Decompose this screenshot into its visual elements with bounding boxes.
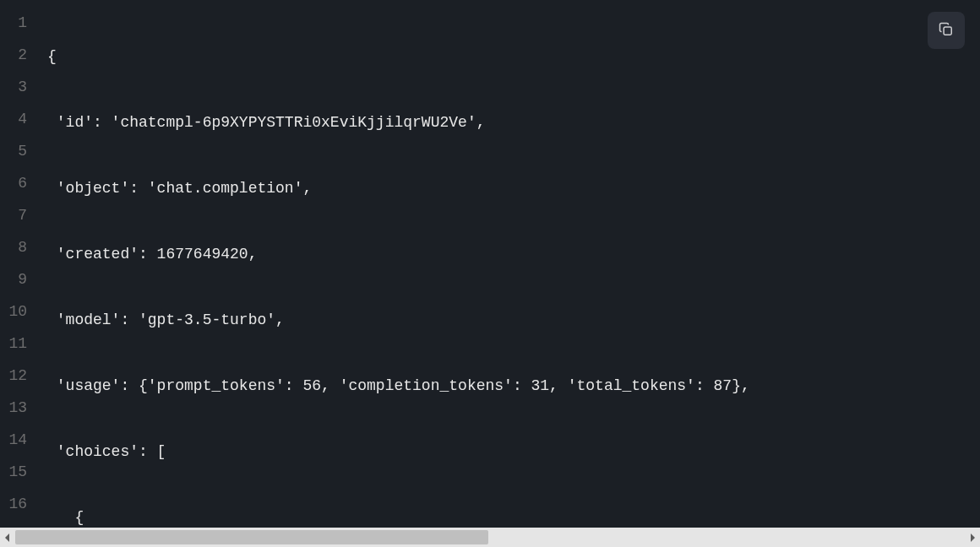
code-line: 'id': 'chatcmpl-6p9XYPYSTTRi0xEviKjjilqr…	[39, 106, 980, 138]
scrollbar-track[interactable]	[15, 528, 965, 547]
line-number: 9	[0, 263, 39, 295]
line-number: 4	[0, 103, 39, 135]
chevron-left-icon	[4, 529, 11, 546]
code-content[interactable]: { 'id': 'chatcmpl-6p9XYPYSTTRi0xEviKjjil…	[39, 0, 980, 528]
scroll-right-arrow[interactable]	[965, 528, 980, 547]
line-number: 2	[0, 39, 39, 71]
line-number: 13	[0, 392, 39, 424]
line-number: 7	[0, 199, 39, 231]
line-number: 14	[0, 424, 39, 456]
line-number: 5	[0, 135, 39, 167]
code-line: 'created': 1677649420,	[39, 238, 980, 270]
svg-rect-0	[944, 27, 951, 35]
line-number-gutter: 1 2 3 4 5 6 7 8 9 10 11 12 13 14 15 16	[0, 0, 39, 528]
line-number: 3	[0, 71, 39, 103]
line-number: 8	[0, 231, 39, 263]
code-line: 'object': 'chat.completion',	[39, 172, 980, 204]
chevron-right-icon	[969, 529, 976, 546]
line-number: 12	[0, 360, 39, 392]
code-line: 'model': 'gpt-3.5-turbo',	[39, 304, 980, 336]
line-number: 16	[0, 488, 39, 520]
code-line: {	[39, 41, 980, 73]
line-number: 1	[0, 7, 39, 39]
line-number: 6	[0, 167, 39, 199]
line-number: 11	[0, 328, 39, 360]
copy-button[interactable]	[928, 12, 965, 49]
line-number: 15	[0, 456, 39, 488]
scroll-left-arrow[interactable]	[0, 528, 15, 547]
copy-icon	[938, 21, 955, 41]
code-line: 'choices': [	[39, 436, 980, 468]
code-line: {	[39, 501, 980, 528]
code-block: 1 2 3 4 5 6 7 8 9 10 11 12 13 14 15 16 {…	[0, 0, 980, 528]
line-number: 10	[0, 295, 39, 328]
horizontal-scrollbar[interactable]	[0, 528, 980, 547]
code-line: 'usage': {'prompt_tokens': 56, 'completi…	[39, 370, 980, 402]
scrollbar-thumb[interactable]	[15, 530, 488, 544]
